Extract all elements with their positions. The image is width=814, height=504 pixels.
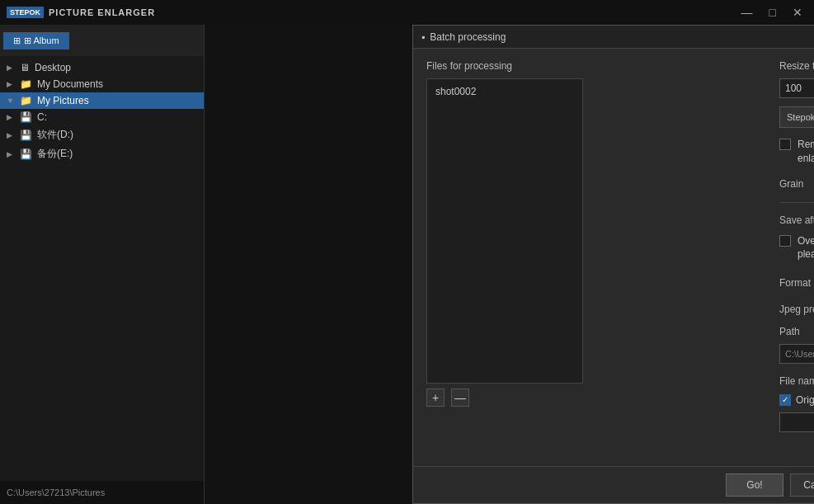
album-icon: ⊞ (13, 35, 21, 46)
sidebar-item-c[interactable]: ▶ 💾 C: (0, 109, 204, 125)
suffix-input[interactable] (779, 412, 814, 432)
ai-network-dropdown[interactable]: Stepok small AI network ▼ (779, 106, 814, 128)
original-checkbox[interactable]: ✓ (779, 394, 791, 406)
maximize-button[interactable]: □ (765, 4, 781, 21)
folder-icon: 📁 (20, 78, 32, 90)
files-section-label: Files for processing (426, 60, 583, 72)
arrow-icon: ▶ (7, 64, 15, 72)
noise-label: Remove noise and JPEG artifact before en… (798, 138, 814, 166)
naming-label: File naming rules (779, 375, 814, 387)
overwrite-checkbox[interactable] (779, 235, 791, 247)
album-button[interactable]: ⊞ ⊞ Album (3, 32, 69, 49)
title-bar: STEPOK PICTURE ENLARGER — □ ✕ (0, 0, 814, 25)
overwrite-row: Overwrite original file. For RAW photos,… (779, 234, 814, 262)
arrow-icon: ▶ (7, 80, 15, 88)
app-title: PICTURE ENLARGER (49, 7, 155, 17)
drive-icon: 💾 (20, 111, 32, 123)
arrow-icon: ▶ (7, 113, 15, 121)
save-section-label: Save after processing (779, 214, 814, 226)
path-label: Path (779, 326, 814, 337)
arrow-icon: ▶ (7, 131, 15, 139)
overwrite-label: Overwrite original file. For RAW photos,… (798, 234, 814, 262)
close-button[interactable]: ✕ (788, 4, 807, 21)
sidebar-item-my-pictures[interactable]: ▼ 📁 My Pictures (0, 92, 204, 109)
cancel-button[interactable]: Cancel (790, 473, 814, 497)
app-window: STEPOK PICTURE ENLARGER — □ ✕ ⊞ ⊞ Album … (0, 0, 814, 504)
ai-network-row: Stepok small AI network ▼ (779, 106, 814, 128)
sidebar-item-d[interactable]: ▶ 💾 软件(D:) (0, 125, 204, 144)
resize-label: Resize to (779, 60, 814, 72)
suffix-row: As subfix ▼ (779, 412, 814, 432)
sidebar-status: C:\Users\27213\Pictures (0, 481, 204, 504)
logo-box: STEPOK (7, 7, 44, 19)
arrow-icon: ▼ (7, 97, 15, 105)
minimize-button[interactable]: — (736, 4, 758, 21)
noise-checkbox-row: Remove noise and JPEG artifact before en… (779, 138, 814, 166)
files-bottom-toolbar: + — (426, 389, 583, 407)
sidebar-item-e[interactable]: ▶ 💾 备份(E:) (0, 144, 204, 163)
remove-file-button[interactable]: — (451, 389, 469, 407)
arrow-icon: ▶ (7, 150, 15, 158)
path-input[interactable] (779, 344, 814, 364)
jpeg-preset-row: Jpeg preset Default (maximum qualit.. ▼ … (779, 299, 814, 319)
dialog-title-label: Batch processing (430, 31, 506, 43)
status-path: C:\Users\27213\Pictures (7, 488, 105, 497)
resize-row: in percent (%) ▼ (779, 78, 814, 98)
folder-icon: 🖥 (20, 62, 30, 73)
sidebar: ⊞ ⊞ Album ▶ 🖥 Desktop ▶ 📁 My Documents ▼… (0, 25, 205, 504)
format-row: Format Jpeg file(*.jpg) ▼ (779, 273, 814, 293)
dialog-title-icon: ▪ (421, 31, 425, 43)
sidebar-bottom-toolbar (0, 455, 204, 481)
settings-section: Resize to in percent (%) ▼ Stepok small … (779, 60, 814, 432)
sidebar-item-label: My Pictures (37, 95, 89, 106)
drive-icon: 💾 (20, 130, 32, 141)
grain-label: Grain (779, 178, 812, 190)
add-file-button[interactable]: + (426, 389, 445, 407)
ai-network-label: Stepok small AI network (787, 112, 814, 122)
naming-original-row: ✓ Original + Number + (779, 393, 814, 406)
title-bar-controls: — □ ✕ (736, 4, 807, 21)
path-input-row: ... (779, 344, 814, 364)
sidebar-item-label: 软件(D:) (37, 128, 73, 142)
folder-icon: 📁 (20, 95, 32, 106)
sidebar-item-my-documents[interactable]: ▶ 📁 My Documents (0, 76, 204, 92)
sidebar-item-label: 备份(E:) (37, 147, 73, 161)
path-row: Path ✓ File path (779, 326, 814, 337)
format-label: Format (779, 277, 814, 289)
jpeg-preset-label: Jpeg preset (779, 304, 814, 315)
files-list[interactable]: shot0002 (426, 78, 583, 384)
sidebar-item-label: Desktop (35, 62, 71, 73)
main-content: ❓ Help Abc ⊞ ⊟ ▲ ▼ (205, 25, 814, 504)
sidebar-toolbar: ⊞ ⊞ Album (0, 25, 204, 56)
dialog-body: Files for processing shot0002 + — Resize… (413, 49, 814, 503)
sidebar-item-label: C: (37, 111, 47, 123)
app-logo: STEPOK PICTURE ENLARGER (7, 7, 155, 19)
files-section: Files for processing shot0002 + — (426, 60, 583, 432)
file-tree: ▶ 🖥 Desktop ▶ 📁 My Documents ▼ 📁 My Pict… (0, 56, 204, 167)
resize-input[interactable] (779, 78, 814, 98)
album-label: ⊞ Album (24, 35, 59, 46)
sidebar-item-label: My Documents (37, 78, 103, 90)
dialog-title-text: ▪ Batch processing (421, 31, 506, 43)
dialog-title-bar: ▪ Batch processing ✕ (413, 26, 814, 49)
sidebar-item-desktop[interactable]: ▶ 🖥 Desktop (0, 59, 204, 76)
noise-checkbox[interactable] (779, 139, 791, 150)
grain-row: Grain — + 15 (779, 176, 814, 203)
batch-processing-dialog: ▪ Batch processing ✕ Files for processin… (412, 25, 814, 504)
drive-icon: 💾 (20, 148, 32, 160)
file-item: shot0002 (432, 84, 577, 99)
dialog-footer: Go! Cancel (413, 466, 814, 503)
original-label: Original (796, 394, 814, 406)
go-button[interactable]: Go! (726, 473, 783, 497)
